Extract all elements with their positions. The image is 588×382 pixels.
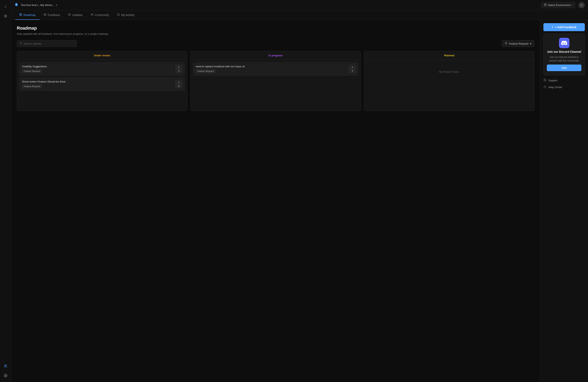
svg-line-18 <box>21 44 22 44</box>
env-selector[interactable]: Select Environment ▾ <box>541 2 575 8</box>
user-avatar[interactable] <box>578 2 585 8</box>
planned-no-result: No Result Found. <box>367 62 532 81</box>
page-subtitle: Stay updated with all feedback, from pla… <box>17 32 534 35</box>
env-chevron-icon: ▾ <box>572 4 573 6</box>
svg-rect-5 <box>21 14 21 14</box>
vote-count-localhost: 1 <box>349 69 356 73</box>
add-feedback-button[interactable]: + + Add Feedback <box>543 23 585 31</box>
search-box[interactable] <box>17 40 77 47</box>
filter-chevron-icon: ▾ <box>530 42 531 45</box>
vote-count-share: 6 <box>176 84 182 88</box>
tab-my-activity[interactable]: My Activity <box>113 10 138 20</box>
workspace-title: Test flow final t.../My Works... <box>21 4 54 7</box>
tab-updates[interactable]: Updates <box>64 10 87 20</box>
card-vote-usability[interactable]: ▲ 1 <box>176 65 182 73</box>
col-header-under-review: Under review <box>17 51 187 60</box>
vote-up-usability[interactable]: ▲ <box>176 65 182 69</box>
help-center-label: Help Center <box>548 86 562 89</box>
tab-feedback-label: Feedback <box>48 13 60 17</box>
discord-title: Join our Discord Channel <box>547 50 581 53</box>
svg-point-1 <box>5 375 6 376</box>
vote-count-usability: 1 <box>176 69 182 73</box>
feedback-tab-icon <box>43 13 46 17</box>
kanban-col-in-progress: In progress need to replace localhost wi… <box>190 51 361 111</box>
card-vote-share[interactable]: ▲ 6 <box>176 80 182 88</box>
my-activity-tab-icon <box>117 13 120 17</box>
nav-tabs: Roadmap Feedback Updates <box>11 10 588 20</box>
svg-point-17 <box>20 42 21 44</box>
vote-up-share[interactable]: ▲ <box>176 80 182 84</box>
card-title-share: Share button Feature Should be there <box>22 80 174 83</box>
filter-button[interactable]: Feature Request ▾ <box>502 40 534 47</box>
col-body-planned: No Result Found. <box>364 60 534 84</box>
sidebar-icon-settings[interactable] <box>1 372 10 380</box>
topbar: Test flow final t.../My Works... ▾ Selec… <box>11 0 588 10</box>
card-vote-localhost[interactable]: ▲ 1 <box>349 65 356 73</box>
tab-roadmap[interactable]: Roadmap <box>15 10 40 20</box>
filter-icon <box>505 42 507 45</box>
env-label: Select Environment <box>548 4 570 7</box>
add-feedback-plus-icon: + <box>552 26 553 29</box>
help-center-icon <box>543 85 546 89</box>
support-label: Support <box>548 79 558 82</box>
filter-label: Feature Request <box>509 42 528 45</box>
discord-desc: Join our Discord channel to connect with… <box>547 55 581 62</box>
page-content: Roadmap Stay updated with all feedback, … <box>11 20 588 382</box>
svg-rect-6 <box>20 15 21 16</box>
svg-marker-2 <box>15 3 18 6</box>
main-container: Test flow final t.../My Works... ▾ Selec… <box>11 0 588 382</box>
kanban-col-planned: Planned No Result Found. <box>364 51 534 111</box>
main-area: Roadmap Stay updated with all feedback, … <box>11 20 540 382</box>
svg-marker-19 <box>505 42 507 43</box>
col-header-planned: Planned <box>364 51 534 60</box>
discord-icon <box>559 38 569 48</box>
env-selector-icon <box>544 3 546 7</box>
sidebar-icon-home[interactable]: ⌂ <box>1 2 10 10</box>
support-gear-icon <box>543 78 546 82</box>
kanban-board: Under review Usability Suggestions Featu… <box>17 51 534 111</box>
svg-rect-7 <box>21 15 21 16</box>
workspace-dropdown-icon[interactable]: ▾ <box>56 4 57 7</box>
svg-point-21 <box>545 80 546 80</box>
tab-feedback[interactable]: Feedback <box>40 10 64 20</box>
updates-tab-icon <box>68 13 71 17</box>
svg-point-15 <box>92 14 93 14</box>
search-input[interactable] <box>24 42 74 45</box>
col-header-in-progress: In progress <box>190 51 361 60</box>
discord-join-button[interactable]: Join <box>547 65 581 71</box>
page-title: Roadmap <box>17 26 534 31</box>
sidebar-icon-grid[interactable]: ⊞ <box>1 12 10 20</box>
col-body-in-progress: need to replace localhost with env base … <box>190 60 361 78</box>
right-panel: + + Add Feedback Join our Discord Channe… <box>540 20 588 382</box>
support-link[interactable]: Support <box>543 78 585 83</box>
app-logo <box>14 3 18 8</box>
card-title-usability: Usability Suggestions <box>22 65 174 68</box>
discord-card: Join our Discord Channel Join our Discor… <box>543 34 585 75</box>
svg-point-14 <box>91 14 92 14</box>
community-tab-icon <box>91 13 93 17</box>
card-badge-localhost: Feature Request <box>196 69 216 73</box>
card-usability-suggestions[interactable]: Usability Suggestions Feature Request ▲ … <box>20 62 185 76</box>
svg-rect-4 <box>20 14 21 14</box>
tab-my-activity-label: My Activity <box>121 13 134 17</box>
add-feedback-label: + Add Feedback <box>555 26 576 29</box>
roadmap-tab-icon <box>19 13 22 17</box>
card-badge-share: Feature Request <box>22 84 42 88</box>
sidebar: ⌂ ⊞ <box>0 0 11 382</box>
sidebar-icon-users[interactable] <box>1 362 10 370</box>
kanban-col-under-review: Under review Usability Suggestions Featu… <box>17 51 187 111</box>
card-share-button[interactable]: Share button Feature Should be there Fea… <box>20 77 185 91</box>
card-title-localhost: need to replace localhost with env base … <box>196 65 347 68</box>
svg-point-13 <box>69 14 70 15</box>
vote-up-localhost[interactable]: ▲ <box>350 65 355 69</box>
tab-community[interactable]: Community <box>87 10 113 20</box>
col-body-under-review: Usability Suggestions Feature Request ▲ … <box>17 60 187 93</box>
svg-rect-16 <box>117 14 120 15</box>
support-links: Support Help Center <box>543 78 585 90</box>
card-localhost[interactable]: need to replace localhost with env base … <box>193 62 358 76</box>
tab-roadmap-label: Roadmap <box>23 13 36 17</box>
help-center-link[interactable]: Help Center <box>543 84 585 90</box>
card-badge-usability: Feature Request <box>22 69 42 73</box>
svg-point-12 <box>68 14 71 16</box>
svg-point-0 <box>4 365 6 366</box>
